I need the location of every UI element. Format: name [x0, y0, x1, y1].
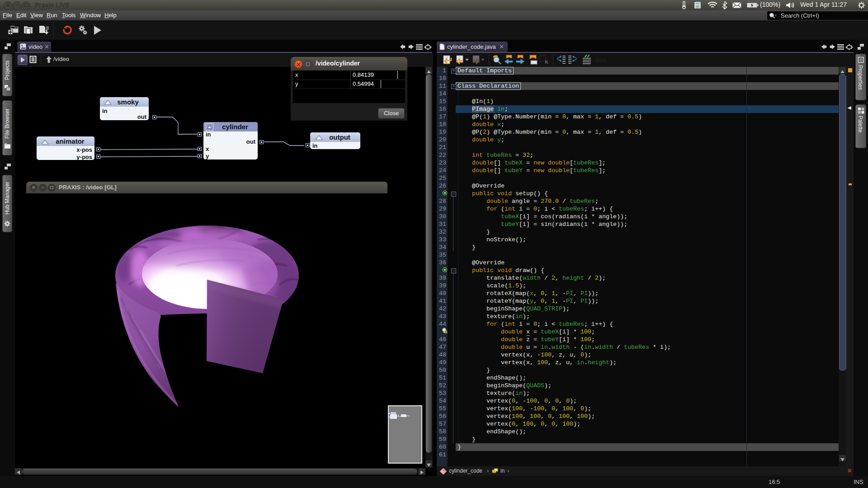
svg-text:A: A: [445, 331, 448, 334]
